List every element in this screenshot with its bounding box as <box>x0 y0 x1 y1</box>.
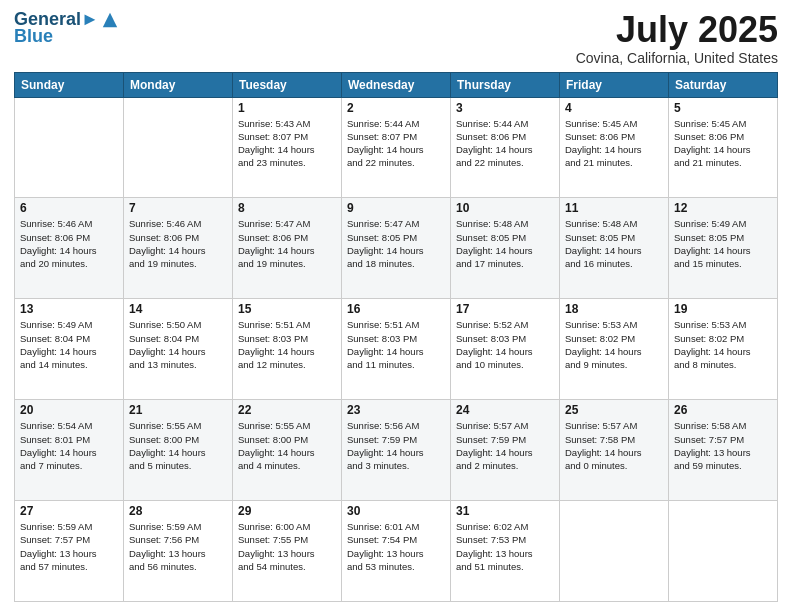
calendar-header-row: Sunday Monday Tuesday Wednesday Thursday… <box>15 72 778 97</box>
day-number: 14 <box>129 302 227 316</box>
table-row: 28Sunrise: 5:59 AM Sunset: 7:56 PM Dayli… <box>124 501 233 602</box>
day-number: 17 <box>456 302 554 316</box>
day-number: 8 <box>238 201 336 215</box>
month-title: July 2025 <box>576 10 778 50</box>
table-row: 17Sunrise: 5:52 AM Sunset: 8:03 PM Dayli… <box>451 299 560 400</box>
day-number: 6 <box>20 201 118 215</box>
table-row: 26Sunrise: 5:58 AM Sunset: 7:57 PM Dayli… <box>669 400 778 501</box>
calendar-week-row: 6Sunrise: 5:46 AM Sunset: 8:06 PM Daylig… <box>15 198 778 299</box>
col-tuesday: Tuesday <box>233 72 342 97</box>
day-number: 25 <box>565 403 663 417</box>
table-row: 3Sunrise: 5:44 AM Sunset: 8:06 PM Daylig… <box>451 97 560 198</box>
table-row: 30Sunrise: 6:01 AM Sunset: 7:54 PM Dayli… <box>342 501 451 602</box>
day-detail: Sunrise: 6:01 AM Sunset: 7:54 PM Dayligh… <box>347 520 445 573</box>
logo-icon <box>101 11 119 29</box>
day-detail: Sunrise: 5:48 AM Sunset: 8:05 PM Dayligh… <box>565 217 663 270</box>
col-sunday: Sunday <box>15 72 124 97</box>
table-row <box>669 501 778 602</box>
day-detail: Sunrise: 5:55 AM Sunset: 8:00 PM Dayligh… <box>129 419 227 472</box>
day-detail: Sunrise: 5:51 AM Sunset: 8:03 PM Dayligh… <box>238 318 336 371</box>
day-number: 10 <box>456 201 554 215</box>
table-row: 4Sunrise: 5:45 AM Sunset: 8:06 PM Daylig… <box>560 97 669 198</box>
table-row: 2Sunrise: 5:44 AM Sunset: 8:07 PM Daylig… <box>342 97 451 198</box>
day-number: 30 <box>347 504 445 518</box>
day-detail: Sunrise: 5:44 AM Sunset: 8:06 PM Dayligh… <box>456 117 554 170</box>
day-number: 24 <box>456 403 554 417</box>
table-row <box>15 97 124 198</box>
col-friday: Friday <box>560 72 669 97</box>
day-detail: Sunrise: 6:00 AM Sunset: 7:55 PM Dayligh… <box>238 520 336 573</box>
day-number: 2 <box>347 101 445 115</box>
day-detail: Sunrise: 5:54 AM Sunset: 8:01 PM Dayligh… <box>20 419 118 472</box>
day-detail: Sunrise: 5:47 AM Sunset: 8:05 PM Dayligh… <box>347 217 445 270</box>
table-row: 23Sunrise: 5:56 AM Sunset: 7:59 PM Dayli… <box>342 400 451 501</box>
table-row: 15Sunrise: 5:51 AM Sunset: 8:03 PM Dayli… <box>233 299 342 400</box>
day-number: 19 <box>674 302 772 316</box>
table-row: 31Sunrise: 6:02 AM Sunset: 7:53 PM Dayli… <box>451 501 560 602</box>
col-thursday: Thursday <box>451 72 560 97</box>
calendar: Sunday Monday Tuesday Wednesday Thursday… <box>14 72 778 602</box>
header: General► Blue July 2025 Covina, Californ… <box>14 10 778 66</box>
table-row: 16Sunrise: 5:51 AM Sunset: 8:03 PM Dayli… <box>342 299 451 400</box>
table-row: 22Sunrise: 5:55 AM Sunset: 8:00 PM Dayli… <box>233 400 342 501</box>
day-detail: Sunrise: 5:48 AM Sunset: 8:05 PM Dayligh… <box>456 217 554 270</box>
day-detail: Sunrise: 5:59 AM Sunset: 7:56 PM Dayligh… <box>129 520 227 573</box>
day-number: 3 <box>456 101 554 115</box>
col-monday: Monday <box>124 72 233 97</box>
calendar-week-row: 27Sunrise: 5:59 AM Sunset: 7:57 PM Dayli… <box>15 501 778 602</box>
day-number: 18 <box>565 302 663 316</box>
day-number: 16 <box>347 302 445 316</box>
day-detail: Sunrise: 5:53 AM Sunset: 8:02 PM Dayligh… <box>674 318 772 371</box>
table-row: 14Sunrise: 5:50 AM Sunset: 8:04 PM Dayli… <box>124 299 233 400</box>
day-detail: Sunrise: 5:53 AM Sunset: 8:02 PM Dayligh… <box>565 318 663 371</box>
day-number: 5 <box>674 101 772 115</box>
day-number: 20 <box>20 403 118 417</box>
col-wednesday: Wednesday <box>342 72 451 97</box>
day-number: 11 <box>565 201 663 215</box>
table-row: 1Sunrise: 5:43 AM Sunset: 8:07 PM Daylig… <box>233 97 342 198</box>
location-title: Covina, California, United States <box>576 50 778 66</box>
day-number: 7 <box>129 201 227 215</box>
day-detail: Sunrise: 5:45 AM Sunset: 8:06 PM Dayligh… <box>565 117 663 170</box>
day-detail: Sunrise: 5:49 AM Sunset: 8:04 PM Dayligh… <box>20 318 118 371</box>
day-number: 21 <box>129 403 227 417</box>
table-row: 9Sunrise: 5:47 AM Sunset: 8:05 PM Daylig… <box>342 198 451 299</box>
day-detail: Sunrise: 5:57 AM Sunset: 7:58 PM Dayligh… <box>565 419 663 472</box>
day-detail: Sunrise: 5:47 AM Sunset: 8:06 PM Dayligh… <box>238 217 336 270</box>
day-detail: Sunrise: 5:50 AM Sunset: 8:04 PM Dayligh… <box>129 318 227 371</box>
calendar-week-row: 13Sunrise: 5:49 AM Sunset: 8:04 PM Dayli… <box>15 299 778 400</box>
day-number: 28 <box>129 504 227 518</box>
day-number: 23 <box>347 403 445 417</box>
day-detail: Sunrise: 6:02 AM Sunset: 7:53 PM Dayligh… <box>456 520 554 573</box>
day-detail: Sunrise: 5:57 AM Sunset: 7:59 PM Dayligh… <box>456 419 554 472</box>
day-number: 9 <box>347 201 445 215</box>
table-row: 11Sunrise: 5:48 AM Sunset: 8:05 PM Dayli… <box>560 198 669 299</box>
day-number: 29 <box>238 504 336 518</box>
table-row: 20Sunrise: 5:54 AM Sunset: 8:01 PM Dayli… <box>15 400 124 501</box>
table-row: 6Sunrise: 5:46 AM Sunset: 8:06 PM Daylig… <box>15 198 124 299</box>
table-row: 27Sunrise: 5:59 AM Sunset: 7:57 PM Dayli… <box>15 501 124 602</box>
table-row: 12Sunrise: 5:49 AM Sunset: 8:05 PM Dayli… <box>669 198 778 299</box>
table-row: 18Sunrise: 5:53 AM Sunset: 8:02 PM Dayli… <box>560 299 669 400</box>
table-row <box>124 97 233 198</box>
title-section: July 2025 Covina, California, United Sta… <box>576 10 778 66</box>
table-row: 5Sunrise: 5:45 AM Sunset: 8:06 PM Daylig… <box>669 97 778 198</box>
day-detail: Sunrise: 5:55 AM Sunset: 8:00 PM Dayligh… <box>238 419 336 472</box>
day-detail: Sunrise: 5:49 AM Sunset: 8:05 PM Dayligh… <box>674 217 772 270</box>
day-detail: Sunrise: 5:58 AM Sunset: 7:57 PM Dayligh… <box>674 419 772 472</box>
day-number: 13 <box>20 302 118 316</box>
day-number: 15 <box>238 302 336 316</box>
day-detail: Sunrise: 5:46 AM Sunset: 8:06 PM Dayligh… <box>129 217 227 270</box>
day-detail: Sunrise: 5:51 AM Sunset: 8:03 PM Dayligh… <box>347 318 445 371</box>
day-number: 4 <box>565 101 663 115</box>
table-row <box>560 501 669 602</box>
day-number: 27 <box>20 504 118 518</box>
day-detail: Sunrise: 5:43 AM Sunset: 8:07 PM Dayligh… <box>238 117 336 170</box>
day-number: 26 <box>674 403 772 417</box>
day-number: 22 <box>238 403 336 417</box>
svg-marker-0 <box>103 13 117 27</box>
table-row: 25Sunrise: 5:57 AM Sunset: 7:58 PM Dayli… <box>560 400 669 501</box>
day-number: 1 <box>238 101 336 115</box>
table-row: 19Sunrise: 5:53 AM Sunset: 8:02 PM Dayli… <box>669 299 778 400</box>
calendar-week-row: 20Sunrise: 5:54 AM Sunset: 8:01 PM Dayli… <box>15 400 778 501</box>
